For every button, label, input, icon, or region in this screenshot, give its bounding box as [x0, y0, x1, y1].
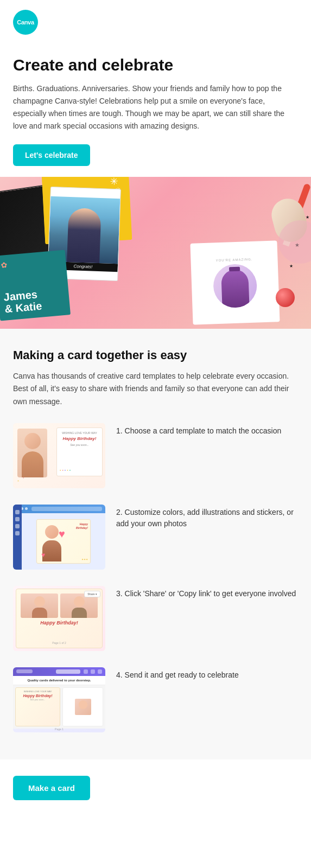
step-4: Quality cards delivered to your doorstep…	[13, 667, 298, 732]
card-names: James& Katie	[3, 288, 42, 315]
step-2-label: 2. Customize colors, add illustrations a…	[116, 507, 298, 530]
amazing-label: YOU'RE AMAZING.	[216, 258, 253, 262]
section-description: Canva has thousands of creative card tem…	[13, 370, 298, 407]
graduation-card: YOU'RE AMAZING.	[190, 241, 280, 325]
app-bar-4	[13, 667, 105, 676]
delivery-header: Quality cards delivered to your doorstep…	[13, 676, 105, 685]
sidebar-dot-1	[15, 510, 20, 514]
card-collage: ✳ ✳ C Congrats! ✿ James& Katie	[0, 177, 311, 329]
hero-description: Births. Graduations. Anniversaries. Show…	[13, 82, 298, 132]
step-2-text: 2. Customize colors, add illustrations a…	[116, 505, 298, 530]
delivery-title: Quality cards delivered to your doorstep…	[16, 678, 102, 682]
page-indicator: Page 1	[13, 727, 105, 731]
step-1: WISHING LOVE YOUR WAY Happy Birthday! Se…	[13, 423, 298, 488]
make-card-button[interactable]: Make a card	[13, 776, 90, 800]
ball-decoration	[276, 288, 295, 307]
step-2-image: ♥ HappyBirthday! ♥ ✦✦✦	[13, 505, 105, 570]
easy-section: Making a card together is easy Canva has…	[0, 329, 311, 759]
sidebar-dot-4	[15, 531, 20, 535]
sidebar-dot-3	[15, 524, 20, 528]
delivery-preview: WISHING LOVE YOUR WAY Happy Birthday! Se…	[13, 685, 105, 729]
dot-3	[25, 507, 28, 510]
hero-section: Create and celebrate Births. Graduations…	[0, 40, 311, 177]
logo-text: Canva	[17, 19, 34, 25]
make-card-section: Make a card	[0, 760, 311, 822]
step-3-image: Happy Birthday! Share ▾ Page 1 of 2	[13, 586, 105, 651]
app-bar-2	[13, 505, 105, 513]
page-title: Create and celebrate	[13, 55, 298, 75]
sidebar	[13, 505, 22, 570]
header: Canva	[0, 0, 311, 40]
sidebar-dot-2	[15, 517, 20, 521]
teal-card: ✿ James& Katie	[0, 250, 71, 321]
step-3: Happy Birthday! Share ▾ Page 1 of 2 3. C…	[13, 586, 298, 651]
canva-logo: Canva	[13, 10, 38, 35]
lets-celebrate-button[interactable]: Let's celebrate	[13, 144, 90, 166]
hero-banner: ✳ ✳ C Congrats! ✿ James& Katie	[0, 177, 311, 329]
step-4-text: 4. Send it and get ready to celebrate	[116, 667, 298, 681]
step-3-text: 3. Click 'Share' or 'Copy link' to get e…	[116, 586, 298, 600]
step-3-label: 3. Click 'Share' or 'Copy link' to get e…	[116, 588, 298, 600]
step-1-text: 1. Choose a card template to match the o…	[116, 423, 298, 437]
section-title: Making a card together is easy	[13, 348, 298, 362]
step-4-label: 4. Send it and get ready to celebrate	[116, 669, 298, 681]
step-2: ♥ HappyBirthday! ♥ ✦✦✦ 2. Customize colo…	[13, 505, 298, 570]
step-1-image: WISHING LOVE YOUR WAY Happy Birthday! Se…	[13, 423, 105, 488]
step-1-label: 1. Choose a card template to match the o…	[116, 425, 298, 437]
step-4-image: Quality cards delivered to your doorstep…	[13, 667, 105, 732]
